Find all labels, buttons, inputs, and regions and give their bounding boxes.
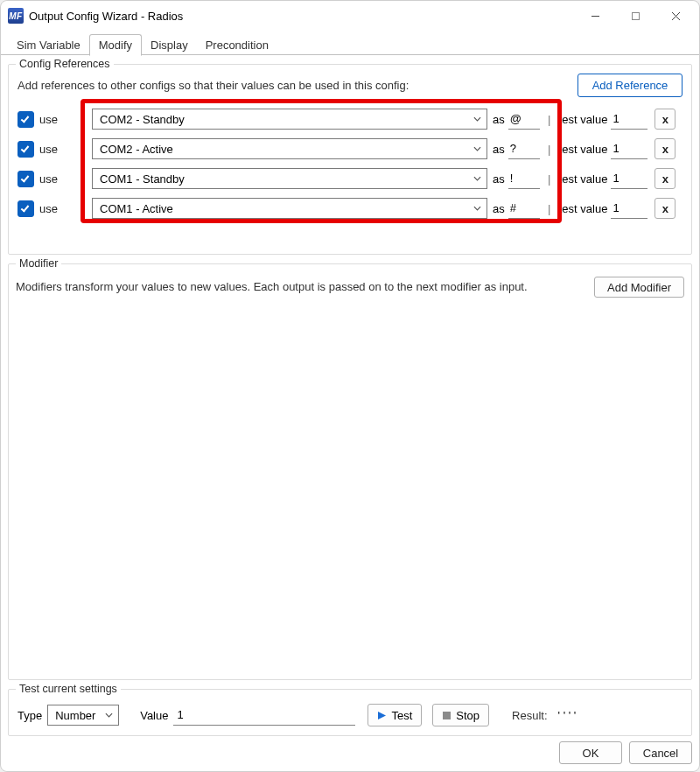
delete-reference-button[interactable]: x bbox=[654, 138, 676, 159]
separator: | bbox=[547, 202, 552, 215]
config-reference-row: use COM2 - Standby as | test value x bbox=[18, 104, 682, 134]
chevron-down-icon bbox=[473, 116, 481, 123]
modifier-desc: Modifiers transform your values to new v… bbox=[16, 277, 528, 293]
chevron-down-icon bbox=[473, 205, 481, 213]
delete-reference-button[interactable]: x bbox=[654, 198, 676, 219]
use-checkbox[interactable] bbox=[18, 200, 34, 217]
as-label: as bbox=[493, 113, 505, 126]
tab-strip: Sim Variable Modify Display Precondition bbox=[8, 31, 692, 55]
cancel-button[interactable]: Cancel bbox=[629, 741, 692, 764]
use-label: use bbox=[39, 202, 74, 215]
config-reference-row: use COM2 - Active as | test value x bbox=[18, 134, 682, 164]
ok-button[interactable]: OK bbox=[559, 741, 622, 764]
use-label: use bbox=[39, 143, 74, 156]
modifier-legend: Modifier bbox=[16, 257, 61, 270]
test-row: Type Number Value Test Stop Result bbox=[16, 702, 684, 728]
svg-marker-4 bbox=[378, 712, 386, 719]
alias-input[interactable] bbox=[508, 199, 540, 219]
reference-config-value: COM1 - Standby bbox=[100, 172, 185, 186]
reference-config-select[interactable]: COM2 - Active bbox=[92, 138, 487, 159]
test-value-label: test value bbox=[559, 172, 608, 186]
result-label: Result: bbox=[512, 709, 547, 722]
dialog-buttons: OK Cancel bbox=[8, 736, 692, 764]
play-icon bbox=[377, 711, 387, 720]
type-select[interactable]: Number bbox=[47, 705, 119, 726]
use-checkbox[interactable] bbox=[18, 171, 34, 187]
stop-button[interactable]: Stop bbox=[432, 704, 489, 726]
config-reference-row: use COM1 - Active as | test value x bbox=[18, 193, 682, 223]
modifier-header: Modifiers transform your values to new v… bbox=[16, 277, 684, 298]
reference-config-value: COM2 - Standby bbox=[100, 113, 185, 126]
delete-reference-button[interactable]: x bbox=[654, 109, 676, 130]
reference-config-select[interactable]: COM1 - Standby bbox=[92, 168, 487, 189]
tab-modify[interactable]: Modify bbox=[89, 34, 142, 56]
test-value-label: test value bbox=[559, 113, 608, 126]
config-references-header: Add references to other configs so that … bbox=[16, 79, 684, 92]
config-references-legend: Config References bbox=[16, 58, 114, 70]
test-value-label: test value bbox=[559, 202, 608, 215]
test-value-input[interactable] bbox=[611, 109, 648, 130]
as-label: as bbox=[493, 172, 505, 186]
test-value-input[interactable] bbox=[611, 169, 648, 189]
use-checkbox[interactable] bbox=[18, 111, 34, 128]
client-area: Sim Variable Modify Display Precondition… bbox=[1, 31, 699, 771]
chevron-down-icon bbox=[105, 712, 113, 719]
stop-icon bbox=[442, 711, 452, 720]
use-label: use bbox=[39, 172, 74, 186]
tab-precondition[interactable]: Precondition bbox=[197, 35, 277, 55]
window-title: Output Config Wizard - Radios bbox=[29, 10, 575, 23]
alias-input[interactable] bbox=[508, 109, 540, 130]
tab-sim-variable[interactable]: Sim Variable bbox=[8, 35, 89, 55]
delete-reference-button[interactable]: x bbox=[654, 168, 676, 189]
reference-config-select[interactable]: COM1 - Active bbox=[92, 198, 487, 219]
test-value-input[interactable] bbox=[611, 199, 648, 219]
reference-config-select[interactable]: COM2 - Standby bbox=[92, 109, 487, 130]
window: MF Output Config Wizard - Radios Sim Var… bbox=[0, 0, 700, 772]
config-reference-rows: use COM2 - Standby as | test value x bbox=[16, 101, 684, 227]
use-checkbox[interactable] bbox=[18, 141, 34, 158]
type-value: Number bbox=[55, 709, 95, 722]
alias-input[interactable] bbox=[508, 139, 540, 159]
as-label: as bbox=[493, 202, 505, 215]
add-reference-button[interactable]: Add Reference bbox=[578, 74, 682, 97]
use-label: use bbox=[39, 113, 74, 126]
chevron-down-icon bbox=[473, 175, 481, 183]
titlebar: MF Output Config Wizard - Radios bbox=[1, 1, 699, 31]
minimize-button[interactable] bbox=[575, 4, 615, 28]
close-button[interactable] bbox=[655, 4, 696, 28]
as-label: as bbox=[493, 143, 505, 156]
chevron-down-icon bbox=[473, 145, 481, 153]
alias-input[interactable] bbox=[508, 169, 540, 189]
test-settings-legend: Test current settings bbox=[16, 683, 121, 695]
maximize-button[interactable] bbox=[615, 4, 655, 28]
add-modifier-button[interactable]: Add Modifier bbox=[594, 277, 684, 298]
svg-rect-1 bbox=[632, 12, 639, 19]
test-settings-group: Test current settings Type Number Value … bbox=[8, 689, 692, 736]
tab-display[interactable]: Display bbox=[142, 35, 197, 55]
reference-config-value: COM2 - Active bbox=[100, 143, 173, 156]
test-value-label: test value bbox=[559, 143, 608, 156]
config-reference-row: use COM1 - Standby as | test value x bbox=[18, 164, 682, 193]
value-label: Value bbox=[140, 709, 168, 722]
window-controls bbox=[575, 4, 696, 28]
type-label: Type bbox=[18, 709, 42, 722]
modifier-group: Modifier Modifiers transform your values… bbox=[8, 263, 692, 680]
separator: | bbox=[547, 143, 552, 156]
result-value: ' ' ' ' bbox=[558, 709, 577, 722]
svg-rect-5 bbox=[443, 712, 451, 719]
test-value-input[interactable] bbox=[611, 139, 648, 159]
test-button[interactable]: Test bbox=[368, 704, 422, 726]
stop-button-label: Stop bbox=[456, 709, 480, 722]
reference-config-value: COM1 - Active bbox=[100, 202, 173, 215]
separator: | bbox=[547, 113, 552, 126]
separator: | bbox=[547, 172, 552, 186]
app-icon: MF bbox=[8, 8, 24, 24]
config-references-group: Config References Add references to othe… bbox=[8, 64, 692, 255]
value-input[interactable] bbox=[173, 705, 355, 726]
test-button-label: Test bbox=[391, 709, 412, 722]
